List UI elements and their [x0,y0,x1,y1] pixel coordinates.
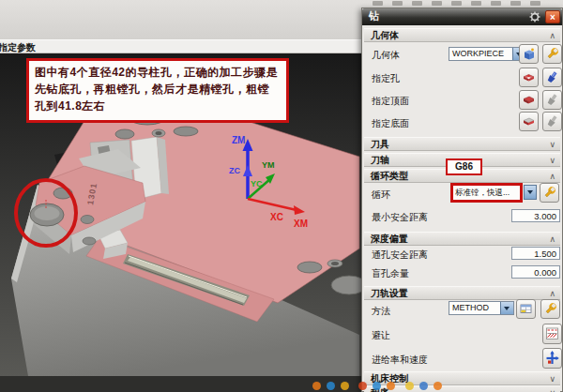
through-clearance-input[interactable]: 1.500 [511,247,560,260]
method-grid-icon [519,302,533,316]
avoidance-label: 避让 [372,329,390,342]
new-method-button[interactable] [516,299,536,319]
dialog-options-button[interactable] [528,10,541,23]
workpiece-cube-icon [522,47,536,61]
feeds-label: 进给率和速度 [372,354,428,367]
drill-dialog: 钻 × 几何体 ∧ 几何体 WORKPIECE [361,8,563,392]
chevron-down-icon: ∨ [549,138,555,151]
screw-hole-bore [156,131,162,135]
geometry-select[interactable]: WORKPIECE [449,47,526,61]
chevron-up-icon: ∧ [549,29,555,42]
specify-bottom-face-button[interactable] [519,112,539,131]
flashlight-gray-icon [545,114,559,128]
bottom-face-icon [522,114,536,128]
avoidance-button[interactable] [542,324,562,344]
wrench-icon [542,186,556,200]
min-clearance-label: 最小安全距离 [372,211,428,224]
specify-top-face-label: 指定顶面 [372,95,409,108]
viewport-bottom-strip [0,376,361,392]
method-value: METHOD [452,303,489,312]
graphics-viewport[interactable]: 1301 ZM ZC YM YC XC XM 图中有4个直径42的导柱孔，正确的… [0,53,361,392]
hole [115,129,134,139]
cycle-label: 循环 [372,188,390,202]
hole [174,127,198,136]
highlight-bottom-face-button[interactable] [542,112,562,131]
section-label: 刀轨设置 [371,288,408,298]
min-clearance-input[interactable]: 3.000 [511,209,560,222]
cycle-dropdown-button[interactable] [524,185,537,200]
cycle-select[interactable]: 标准镗，快退... [450,183,523,203]
toolbar-icons-strip [368,1,560,8]
ym-axis-label: YM [262,160,275,170]
wrench-icon [545,47,559,61]
g86-callout: G86 [446,158,482,175]
dropdown-arrow-icon[interactable] [500,302,513,314]
zm-axis-label: ZM [232,135,245,145]
section-label: 刀轴 [371,155,389,165]
dialog-close-button[interactable]: × [545,10,560,23]
zc-axis-label: ZC [229,166,240,175]
geometry-label: 几何体 [372,49,400,62]
guide-pillar-hole [331,276,361,294]
xc-axis-label: XC [270,212,283,222]
hole-highlight [35,206,60,220]
flashlight-icon [545,70,559,84]
specify-holes-label: 指定孔 [372,72,400,85]
cue-line: 指定参数 [0,39,361,53]
section-tool[interactable]: 刀具 ∨ [364,137,560,151]
blind-stock-label: 盲孔余量 [372,267,409,280]
yc-axis-label: YC [251,179,263,188]
feeds-speeds-button[interactable] [542,348,562,369]
method-select[interactable]: METHOD [449,301,514,315]
annotation-note: 图中有4个直径42的导柱孔，正确的加工步骤是先钻底孔，再粗镗孔，然后才是精镗孔，… [26,58,289,123]
hole [83,237,96,245]
edit-cycle-button[interactable] [540,183,559,203]
specify-holes-button[interactable] [519,68,539,87]
highlight-top-face-button[interactable] [542,90,562,110]
geometry-value: WORKPIECE [452,49,504,58]
holes-plate-icon [522,70,536,84]
section-geometry[interactable]: 几何体 ∧ [364,28,560,42]
section-label: 刀具 [371,139,389,149]
gear-icon [528,10,541,23]
new-geometry-button[interactable] [519,44,539,64]
application-window: 指定参数 [0,0,563,392]
top-face-icon [522,93,536,107]
edit-geometry-button[interactable] [542,44,562,64]
xm-axis-label: XM [294,219,308,229]
specify-top-face-button[interactable] [519,90,539,110]
section-depth-offsets[interactable]: 深度偏置 ∧ [364,232,560,246]
section-label: 几何体 [371,30,399,40]
chevron-up-icon: ∧ [549,170,555,183]
cue-line-text: 指定参数 [0,41,36,54]
specify-bottom-face-label: 指定底面 [372,117,409,130]
hole [297,262,322,273]
flashlight-gray-icon [545,93,559,107]
through-clearance-label: 通孔安全距离 [372,249,428,262]
dialog-titlebar[interactable]: 钻 × [362,8,562,25]
feeds-speeds-icon [545,351,559,366]
highlight-holes-button[interactable] [542,68,562,87]
method-label: 方法 [372,305,390,318]
chevron-up-icon: ∧ [549,233,555,246]
chevron-down-icon: ∨ [549,154,555,167]
wrench-icon [543,302,557,316]
section-label: 循环类型 [371,171,408,181]
dialog-title: 钻 [369,10,379,22]
screw-hole-bore [331,262,339,265]
watermark [310,380,555,392]
cycle-value: 标准镗，快退... [455,188,510,197]
section-path-settings[interactable]: 刀轨设置 ∧ [364,286,560,300]
avoidance-icon [545,326,559,341]
blind-stock-input[interactable]: 0.000 [511,265,560,279]
edit-method-button[interactable] [540,299,560,319]
chevron-up-icon: ∧ [549,287,555,300]
section-label: 深度偏置 [371,234,408,244]
hole [81,216,94,224]
